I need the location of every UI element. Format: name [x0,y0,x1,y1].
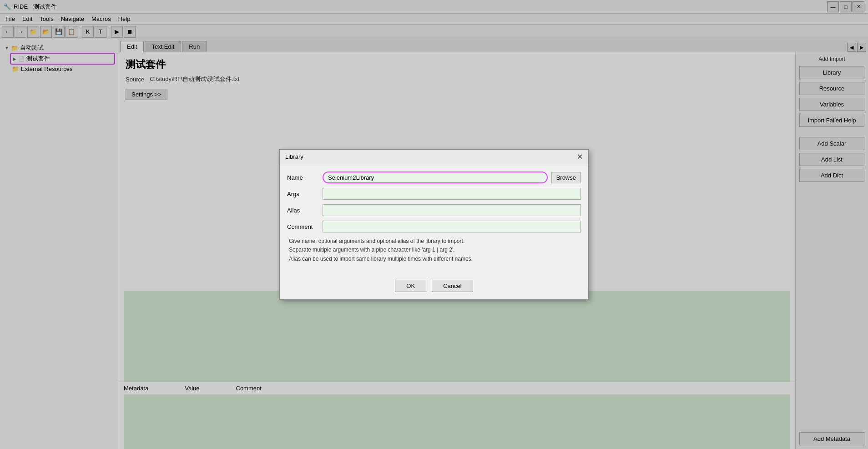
comment-row: Comment [287,221,581,232]
args-label: Args [287,191,319,197]
help-text-1: Give name, optional arguments and option… [289,237,579,246]
library-dialog: Library ✕ Name Browse Args Alias [279,149,589,300]
cancel-button[interactable]: Cancel [432,280,473,292]
help-text-2: Separate multiple arguments with a pipe … [289,246,579,254]
name-label: Name [287,174,319,181]
name-row: Name Browse [287,172,581,183]
modal-overlay: Library ✕ Name Browse Args Alias [0,0,868,449]
name-input[interactable] [323,172,548,183]
modal-title: Library [285,153,303,160]
alias-label: Alias [287,207,319,214]
help-text-3: Alias can be used to import same library… [289,255,579,263]
args-input[interactable] [323,188,581,200]
comment-label: Comment [287,223,319,230]
browse-button[interactable]: Browse [551,172,581,183]
ok-button[interactable]: OK [395,280,426,292]
args-row: Args [287,188,581,200]
alias-row: Alias [287,204,581,216]
modal-body: Name Browse Args Alias Comment Give [280,164,588,275]
modal-close-button[interactable]: ✕ [577,152,583,161]
modal-title-bar: Library ✕ [280,150,588,164]
alias-input[interactable] [323,204,581,216]
modal-footer: OK Cancel [280,275,588,299]
comment-input[interactable] [323,221,581,232]
help-text: Give name, optional arguments and option… [287,237,581,263]
